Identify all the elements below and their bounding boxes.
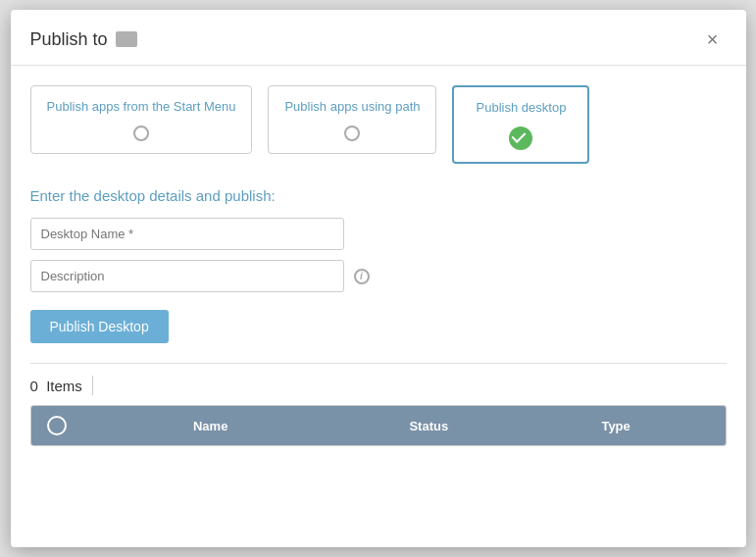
description-group: i xyxy=(30,260,727,292)
items-count: 0 Items xyxy=(30,378,82,394)
desktop-name-input[interactable] xyxy=(30,218,344,250)
items-number: 0 xyxy=(30,378,38,394)
items-label: Items xyxy=(46,378,82,394)
tab-path-radio xyxy=(344,126,360,141)
table-header-type: Type xyxy=(523,419,710,433)
tab-desktop[interactable]: Publish desktop xyxy=(452,85,589,164)
tab-path[interactable]: Publish apps using path xyxy=(268,85,436,154)
title-text: Publish to xyxy=(30,29,108,50)
description-input[interactable] xyxy=(30,260,344,292)
table-header: Name Status Type xyxy=(31,406,726,445)
title-icon xyxy=(116,31,137,47)
close-button[interactable]: × xyxy=(699,25,727,53)
items-divider xyxy=(30,363,727,364)
modal-body: Publish apps from the Start Menu Publish… xyxy=(11,66,746,466)
desktop-name-group xyxy=(30,218,727,250)
publish-desktop-button[interactable]: Publish Desktop xyxy=(30,310,169,343)
modal-title: Publish to xyxy=(30,29,137,50)
select-all-checkbox[interactable] xyxy=(47,416,67,435)
table-header-name: Name xyxy=(86,419,335,433)
table-select-all-col xyxy=(47,416,86,435)
tab-desktop-check xyxy=(509,127,532,150)
table-header-status: Status xyxy=(335,419,523,433)
publish-modal: Publish to × Publish apps from the Start… xyxy=(11,10,746,547)
modal-header: Publish to × xyxy=(11,10,746,66)
info-icon: i xyxy=(354,269,370,284)
tabs-row: Publish apps from the Start Menu Publish… xyxy=(30,85,727,164)
form-section-title: Enter the desktop details and publish: xyxy=(30,187,727,204)
tab-start-menu-label: Publish apps from the Start Menu xyxy=(47,98,236,116)
items-count-row: 0 Items xyxy=(30,376,727,395)
tab-start-menu-radio xyxy=(133,126,149,141)
tab-desktop-label: Publish desktop xyxy=(470,99,572,117)
tab-path-label: Publish apps using path xyxy=(284,98,420,116)
items-count-divider xyxy=(92,376,93,395)
tab-start-menu[interactable]: Publish apps from the Start Menu xyxy=(30,85,253,154)
items-table: Name Status Type xyxy=(30,405,727,446)
